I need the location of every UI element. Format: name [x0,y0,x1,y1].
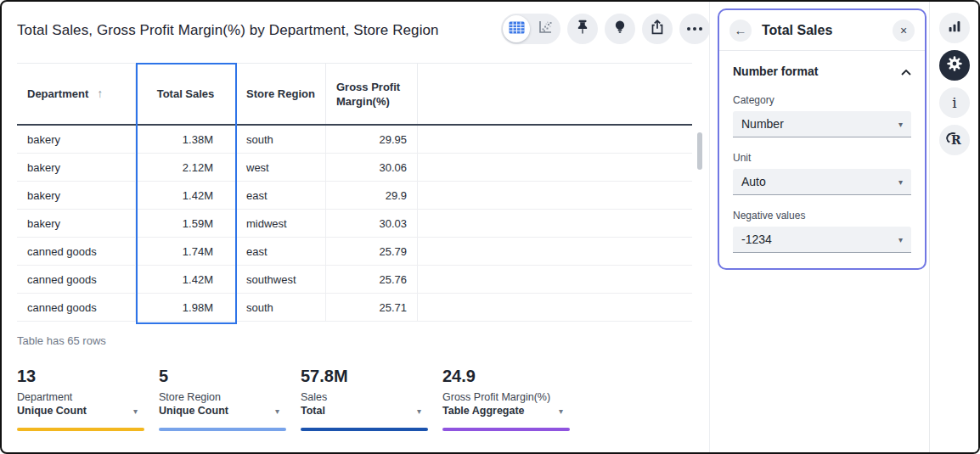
cell-empty [418,126,692,153]
cell-department[interactable]: bakery [17,182,136,209]
chevron-down-icon[interactable]: ▾ [559,406,563,416]
column-header-label: Department [27,87,88,101]
cell-store-region[interactable]: midwest [236,210,326,237]
kpi-sales: 57.8M Sales Total ▾ [301,367,428,431]
close-button[interactable]: × [893,20,915,42]
table-view-icon [509,21,525,37]
cell-total-sales[interactable]: 1.42M [136,266,236,293]
table-scrollbar[interactable] [697,132,702,170]
column-header-gross-profit-margin[interactable]: Gross Profit Margin(%) [326,64,418,124]
dropdown-value: -1234 [741,233,772,246]
pin-button[interactable] [567,14,598,44]
cell-total-sales[interactable]: 2.12M [136,154,236,181]
cell-gpm[interactable]: 25.76 [326,266,418,293]
table-row[interactable]: canned goods 1.42M southwest 25.76 [17,266,692,294]
kpi-underline [159,428,286,431]
cell-department[interactable]: canned goods [17,266,136,293]
column-header-store-region[interactable]: Store Region [236,64,326,124]
cell-total-sales[interactable]: 1.38M [136,126,236,153]
more-options-button[interactable] [679,14,710,44]
number-format-section-header[interactable]: Number format [733,63,911,80]
kpi-department: 13 Department Unique Count ▾ [17,367,144,431]
table-row[interactable]: bakery 2.12M west 30.06 [17,154,692,182]
table-row[interactable]: bakery 1.42M east 29.9 [17,182,692,210]
r-icon: R [945,132,964,149]
info-button[interactable]: i [939,87,970,118]
kpi-store-region: 5 Store Region Unique Count ▾ [159,367,286,431]
cell-department[interactable]: bakery [17,210,136,237]
info-icon: i [952,94,956,111]
cell-department[interactable]: canned goods [17,294,136,321]
chevron-down-icon[interactable]: ▾ [133,406,138,416]
cell-empty [418,154,692,181]
cell-gpm[interactable]: 30.06 [326,154,418,181]
cell-total-sales[interactable]: 1.59M [136,210,236,237]
bar-chart-icon [946,18,963,38]
cell-total-sales[interactable]: 1.42M [136,182,236,209]
gear-icon [945,54,964,76]
negative-values-label: Negative values [733,210,911,221]
cell-store-region[interactable]: south [236,294,326,321]
table-row[interactable]: canned goods 1.98M south 25.71 [17,294,692,322]
r-analysis-button[interactable]: R [939,125,970,155]
sort-asc-icon[interactable]: ↑ [97,87,103,101]
table-row[interactable]: canned goods 1.74M east 25.79 [17,238,692,266]
cell-store-region[interactable]: east [236,238,326,265]
cell-total-sales[interactable]: 1.74M [136,238,236,265]
ellipsis-icon [687,27,702,31]
panel-body: Number format Category Number ▾ Unit Aut… [719,51,925,253]
chart-config-button[interactable] [939,13,970,43]
kpi-field: Sales [301,391,428,404]
table-header-row: Department ↑ Total Sales Store Region Gr… [17,63,692,126]
cell-store-region[interactable]: south [236,126,326,153]
lightbulb-icon [611,18,629,40]
cell-gpm[interactable]: 29.95 [326,126,418,153]
negative-values-dropdown[interactable]: -1234 ▾ [733,227,911,253]
kpi-underline [442,428,570,431]
cell-department[interactable]: bakery [17,154,136,181]
panel-title: Total Sales [762,23,832,38]
cell-empty [418,238,692,265]
close-icon: × [900,24,907,37]
cell-store-region[interactable]: southwest [236,266,326,293]
table-row-count-note: Table has 65 rows [17,334,106,347]
share-button[interactable] [642,14,673,44]
kpi-value: 5 [159,367,286,385]
cell-gpm[interactable]: 29.9 [326,182,418,209]
cell-store-region[interactable]: east [236,182,326,209]
kpi-value: 13 [17,367,144,385]
settings-button[interactable] [939,50,970,81]
back-button[interactable]: ← [729,20,752,42]
view-toggle[interactable] [501,14,560,44]
column-header-department[interactable]: Department ↑ [17,64,136,124]
category-dropdown[interactable]: Number ▾ [733,111,911,137]
chart-view-button[interactable] [532,15,559,42]
cell-empty [418,210,692,237]
back-arrow-icon: ← [735,23,747,37]
panel-header: ← Total Sales × [719,10,925,51]
cell-gpm[interactable]: 30.03 [326,210,418,237]
chevron-up-icon[interactable] [901,64,911,79]
cell-total-sales[interactable]: 1.98M [136,294,236,321]
column-header-label: Gross Profit Margin(%) [336,80,407,109]
cell-gpm[interactable]: 25.71 [326,294,418,321]
page-title: Total Sales, Gross Profit Margin(%) by D… [17,22,439,39]
insights-button[interactable] [605,14,635,44]
cell-department[interactable]: canned goods [17,238,136,265]
chevron-down-icon[interactable]: ▾ [417,406,421,416]
chevron-down-icon[interactable]: ▾ [275,406,279,416]
column-header-label: Store Region [246,87,315,101]
chevron-down-icon: ▾ [898,120,903,129]
unit-dropdown[interactable]: Auto ▾ [733,169,911,195]
cell-gpm[interactable]: 25.79 [326,238,418,265]
panel-divider [709,2,710,452]
table-view-button[interactable] [503,15,530,42]
cell-department[interactable]: bakery [17,126,136,153]
kpi-gross-profit-margin: 24.9 Gross Profit Margin(%) Table Aggreg… [442,367,570,431]
kpi-strip: 13 Department Unique Count ▾ 5 Store Reg… [17,367,570,431]
column-header-total-sales[interactable]: Total Sales [136,64,236,124]
kpi-field: Gross Profit Margin(%) [442,391,570,404]
cell-store-region[interactable]: west [236,154,326,181]
table-row[interactable]: bakery 1.59M midwest 30.03 [17,210,692,238]
table-row[interactable]: bakery 1.38M south 29.95 [17,126,692,154]
